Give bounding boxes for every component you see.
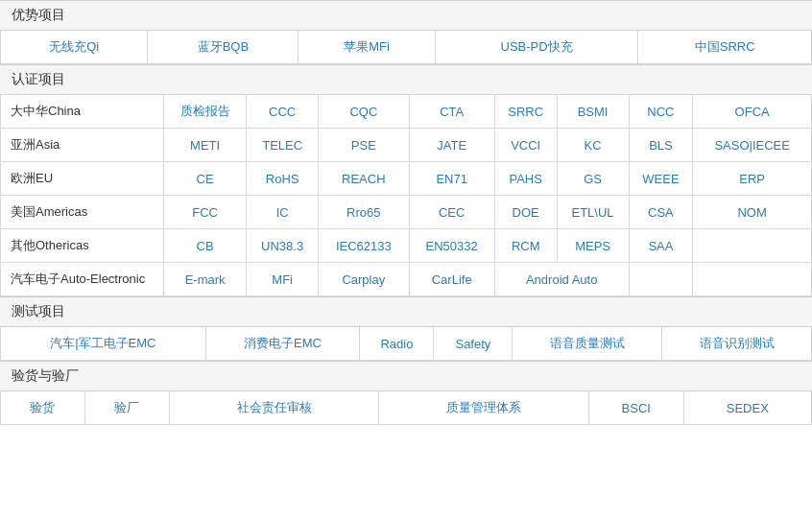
cert-item[interactable]: SASO|IECEE bbox=[693, 129, 812, 162]
cert-item[interactable]: NOM bbox=[693, 196, 812, 229]
testing-section: 测试项目 汽车|军工电子EMC 消费电子EMC Radio Safety 语音质… bbox=[0, 296, 812, 361]
cert-item bbox=[629, 263, 693, 296]
cert-item[interactable]: BLS bbox=[629, 129, 693, 162]
cert-item[interactable]: PSE bbox=[319, 129, 409, 162]
cert-item[interactable]: CCC bbox=[247, 95, 319, 129]
cert-item[interactable]: PAHS bbox=[494, 162, 557, 196]
advantage-item-5[interactable]: 中国SRRC bbox=[638, 31, 812, 64]
cert-item[interactable]: JATE bbox=[409, 129, 494, 162]
advantages-section: 优势项目 无线充Qi 蓝牙BQB 苹果MFi USB-PD快充 中国SRRC bbox=[0, 0, 812, 64]
cert-label-americas: 美国Americas bbox=[1, 196, 164, 229]
cert-row-auto: 汽车电子Auto-Electronic E-mark MFi Carplay C… bbox=[1, 263, 812, 296]
cert-item[interactable]: CarLife bbox=[409, 263, 494, 296]
cert-item[interactable]: Android Auto bbox=[494, 263, 629, 296]
cert-row-americas: 美国Americas FCC IC Rro65 CEC DOE ETL\UL C… bbox=[1, 196, 812, 229]
cert-item bbox=[693, 229, 812, 263]
cert-item[interactable]: CEC bbox=[409, 196, 494, 229]
cert-label-eu: 欧洲EU bbox=[1, 162, 164, 196]
cert-row-asia: 亚洲Asia METI TELEC PSE JATE VCCI KC BLS S… bbox=[1, 129, 812, 162]
test-item-5[interactable]: 语音质量测试 bbox=[513, 327, 662, 361]
inspection-item-4[interactable]: 质量管理体系 bbox=[379, 391, 589, 425]
cert-item[interactable]: MFi bbox=[247, 263, 319, 296]
cert-item[interactable]: RoHS bbox=[247, 162, 319, 196]
advantage-item-3[interactable]: 苹果MFi bbox=[299, 31, 435, 64]
cert-item[interactable]: EN50332 bbox=[409, 229, 494, 263]
cert-item[interactable]: NCC bbox=[629, 95, 693, 129]
cert-item[interactable]: REACH bbox=[319, 162, 409, 196]
cert-item[interactable]: CTA bbox=[409, 95, 494, 129]
inspection-item-6[interactable]: SEDEX bbox=[683, 391, 811, 425]
advantages-title: 优势项目 bbox=[0, 0, 812, 31]
inspection-item-5[interactable]: BSCI bbox=[588, 391, 683, 425]
cert-item[interactable]: DOE bbox=[494, 196, 557, 229]
testing-title: 测试项目 bbox=[0, 296, 812, 327]
cert-item[interactable]: CQC bbox=[319, 95, 409, 129]
test-item-4[interactable]: Safety bbox=[434, 327, 513, 361]
cert-label-auto: 汽车电子Auto-Electronic bbox=[1, 263, 164, 296]
inspection-item-1[interactable]: 验货 bbox=[1, 391, 85, 425]
cert-item[interactable]: OFCA bbox=[693, 95, 812, 129]
inspection-table: 验货 验厂 社会责任审核 质量管理体系 BSCI SEDEX bbox=[0, 391, 812, 425]
cert-item[interactable]: CSA bbox=[629, 196, 693, 229]
cert-item[interactable]: Rro65 bbox=[319, 196, 409, 229]
cert-item[interactable]: SRRC bbox=[494, 95, 557, 129]
cert-item[interactable]: WEEE bbox=[629, 162, 693, 196]
cert-item[interactable]: SAA bbox=[629, 229, 693, 263]
cert-item bbox=[693, 263, 812, 296]
cert-row-china: 大中华China 质检报告 CCC CQC CTA SRRC BSMI NCC … bbox=[1, 95, 812, 129]
advantages-table: 无线充Qi 蓝牙BQB 苹果MFi USB-PD快充 中国SRRC bbox=[0, 31, 812, 64]
cert-item[interactable]: E-mark bbox=[164, 263, 247, 296]
inspection-row: 验货 验厂 社会责任审核 质量管理体系 BSCI SEDEX bbox=[1, 391, 812, 425]
inspection-section: 验货与验厂 验货 验厂 社会责任审核 质量管理体系 BSCI SEDEX bbox=[0, 361, 812, 425]
cert-item[interactable]: IC bbox=[247, 196, 319, 229]
certification-title: 认证项目 bbox=[0, 64, 812, 95]
cert-label-asia: 亚洲Asia bbox=[1, 129, 164, 162]
inspection-title: 验货与验厂 bbox=[0, 361, 812, 391]
advantage-item-4[interactable]: USB-PD快充 bbox=[435, 31, 637, 64]
cert-item[interactable]: UN38.3 bbox=[247, 229, 319, 263]
cert-item[interactable]: KC bbox=[557, 129, 629, 162]
certification-section: 认证项目 大中华China 质检报告 CCC CQC CTA SRRC BSMI… bbox=[0, 64, 812, 296]
cert-item[interactable]: VCCI bbox=[494, 129, 557, 162]
test-item-1[interactable]: 汽车|军工电子EMC bbox=[1, 327, 206, 361]
cert-row-eu: 欧洲EU CE RoHS REACH EN71 PAHS GS WEEE ERP bbox=[1, 162, 812, 196]
cert-item[interactable]: IEC62133 bbox=[319, 229, 409, 263]
testing-row: 汽车|军工电子EMC 消费电子EMC Radio Safety 语音质量测试 语… bbox=[1, 327, 812, 361]
cert-item[interactable]: RCM bbox=[494, 229, 557, 263]
cert-item[interactable]: ETL\UL bbox=[557, 196, 629, 229]
advantage-item-2[interactable]: 蓝牙BQB bbox=[148, 31, 299, 64]
cert-item[interactable]: GS bbox=[557, 162, 629, 196]
cert-item[interactable]: BSMI bbox=[557, 95, 629, 129]
cert-item[interactable]: METI bbox=[164, 129, 247, 162]
cert-item[interactable]: FCC bbox=[164, 196, 247, 229]
cert-item[interactable]: 质检报告 bbox=[164, 95, 247, 129]
testing-table: 汽车|军工电子EMC 消费电子EMC Radio Safety 语音质量测试 语… bbox=[0, 327, 812, 361]
test-item-2[interactable]: 消费电子EMC bbox=[205, 327, 360, 361]
cert-item[interactable]: Carplay bbox=[319, 263, 409, 296]
cert-item[interactable]: CB bbox=[164, 229, 247, 263]
cert-label-others: 其他Othericas bbox=[1, 229, 164, 263]
cert-label-china: 大中华China bbox=[1, 95, 164, 129]
test-item-3[interactable]: Radio bbox=[360, 327, 434, 361]
cert-item[interactable]: ERP bbox=[693, 162, 812, 196]
test-item-6[interactable]: 语音识别测试 bbox=[662, 327, 812, 361]
cert-row-others: 其他Othericas CB UN38.3 IEC62133 EN50332 R… bbox=[1, 229, 812, 263]
cert-item[interactable]: EN71 bbox=[409, 162, 494, 196]
advantage-item-1[interactable]: 无线充Qi bbox=[1, 31, 148, 64]
cert-item[interactable]: MEPS bbox=[557, 229, 629, 263]
inspection-item-3[interactable]: 社会责任审核 bbox=[169, 391, 379, 425]
certification-table: 大中华China 质检报告 CCC CQC CTA SRRC BSMI NCC … bbox=[0, 95, 812, 296]
cert-item[interactable]: TELEC bbox=[247, 129, 319, 162]
cert-item[interactable]: CE bbox=[164, 162, 247, 196]
inspection-item-2[interactable]: 验厂 bbox=[84, 391, 169, 425]
